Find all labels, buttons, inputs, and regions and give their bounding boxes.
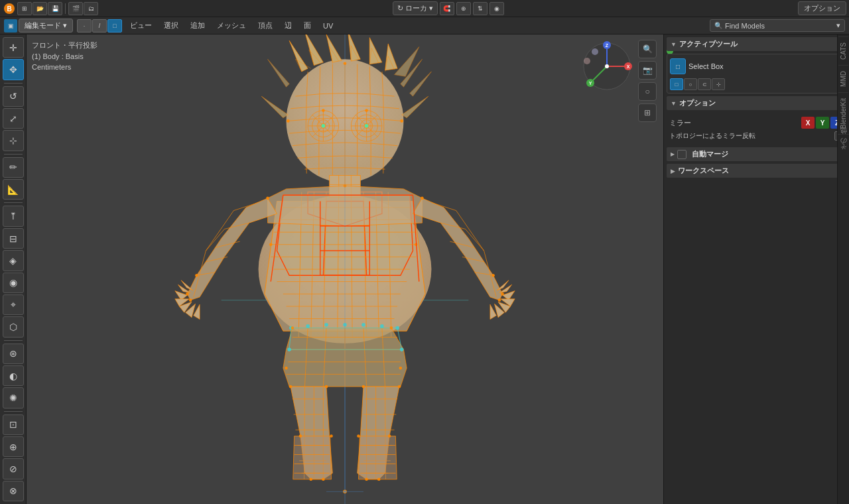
- options-btn[interactable]: オプション: [798, 1, 846, 15]
- menu-vertex[interactable]: 頂点: [254, 19, 277, 32]
- viewport-gizmos: 🔍 📷 ○ ⊞: [638, 40, 657, 122]
- inset-tool-btn[interactable]: ⊟: [3, 228, 24, 249]
- svg-point-81: [365, 477, 368, 481]
- active-tool-header[interactable]: ▼ アクティブツール: [667, 37, 846, 51]
- mmd-tab[interactable]: MMD: [838, 65, 848, 92]
- active-tool-icon-row: □ Select Box: [670, 57, 843, 76]
- svg-point-47: [380, 324, 384, 328]
- snap-btn[interactable]: 🧲: [440, 2, 454, 15]
- tool-grid-select[interactable]: □: [670, 78, 683, 90]
- bevel-tool-btn[interactable]: ◈: [3, 250, 24, 271]
- auto-keying-btn[interactable]: ◉: [490, 2, 504, 15]
- axis-orientation-widget[interactable]: Z X Y: [580, 40, 633, 93]
- transform-tool-btn[interactable]: ⊹: [3, 130, 24, 151]
- active-tool-header-label: アクティブツール: [679, 39, 738, 49]
- spin-tool-btn[interactable]: ⊛: [3, 344, 24, 364]
- toolbar-sep-3: [4, 202, 23, 203]
- edge-slide-btn[interactable]: ⊡: [3, 414, 24, 435]
- rip-btn[interactable]: ⊗: [3, 481, 24, 501]
- camera-btn[interactable]: 📷: [638, 61, 657, 80]
- auto-merge-checkbox[interactable]: [677, 150, 686, 159]
- menu-view[interactable]: ビュー: [126, 19, 156, 32]
- workspace-header[interactable]: ▶ ワークスペース: [667, 164, 846, 178]
- cats-tab[interactable]: CATS: [838, 36, 848, 65]
- top-icon-new[interactable]: ⊞: [17, 2, 32, 15]
- svg-point-54: [287, 119, 290, 123]
- svg-text:X: X: [627, 64, 630, 69]
- scene-btn[interactable]: 🎬: [68, 2, 83, 15]
- layer-btn[interactable]: 🗂: [84, 2, 98, 15]
- top-scene-group: 🎬 🗂: [68, 2, 98, 15]
- viewport-icon[interactable]: ▣: [4, 19, 17, 32]
- tool-grid-circle[interactable]: ○: [684, 78, 697, 90]
- svg-text:Z: Z: [606, 43, 609, 48]
- menu-add[interactable]: 追加: [186, 19, 209, 32]
- transform-orientation-btn[interactable]: ↻ ローカ ▾: [393, 1, 438, 15]
- svg-point-69: [285, 367, 288, 370]
- menu-edge[interactable]: 辺: [281, 19, 296, 32]
- find-models-bar: 🔍 Find Models ▾: [710, 19, 845, 32]
- other-tab[interactable]: その他: [838, 134, 850, 160]
- knife-tool-btn[interactable]: ⌖: [3, 294, 24, 315]
- svg-point-59: [421, 197, 424, 200]
- top-icon-save[interactable]: 💾: [48, 2, 62, 15]
- select-box-label: Select Box: [688, 62, 724, 70]
- options-header[interactable]: ▼ オプション: [667, 96, 846, 110]
- svg-point-22: [322, 124, 326, 128]
- shading-btn[interactable]: ○: [638, 82, 657, 101]
- find-models-input[interactable]: [767, 22, 834, 30]
- rotate-tool-btn[interactable]: ↺: [3, 86, 24, 107]
- menu-select[interactable]: 選択: [160, 19, 182, 32]
- viewport-area[interactable]: フロント・平行投影 (1) Body : Basis Centimeters: [27, 34, 663, 504]
- auto-merge-header[interactable]: ▶ 自動マージ: [667, 147, 846, 161]
- topology-mirror-row: トポロジーによるミラー反転: [669, 130, 844, 142]
- tool-grid-extra[interactable]: ⊹: [712, 78, 725, 90]
- edge-mode-btn[interactable]: /: [92, 19, 107, 32]
- select-box-icon: □: [670, 58, 686, 74]
- edit-mode-dropdown[interactable]: 編集モード ▾: [19, 19, 73, 32]
- poly-tool-btn[interactable]: ⬡: [3, 316, 24, 337]
- blenderkit-tab[interactable]: BlenderKit: [838, 92, 848, 134]
- loop-cut-btn[interactable]: ◉: [3, 273, 24, 293]
- mirror-btn[interactable]: ⇅: [473, 2, 488, 15]
- scale-tool-btn[interactable]: ⤢: [3, 108, 24, 129]
- mirror-x-btn[interactable]: X: [801, 117, 815, 129]
- vertex-mode-btn[interactable]: ·: [77, 19, 92, 32]
- top-icon-open[interactable]: 📂: [33, 2, 47, 15]
- proportional-btn[interactable]: ⊕: [456, 2, 471, 15]
- svg-text:Y: Y: [589, 81, 592, 86]
- shrink-btn[interactable]: ⊕: [3, 436, 24, 457]
- cursor-tool-btn[interactable]: ✛: [3, 37, 24, 58]
- menu-uv[interactable]: UV: [319, 21, 337, 31]
- blender-logo-icon: B: [3, 2, 16, 15]
- svg-point-44: [324, 323, 328, 327]
- mirror-y-btn[interactable]: Y: [816, 117, 829, 129]
- smooth-tool-btn[interactable]: ◐: [3, 365, 24, 386]
- svg-point-86: [344, 491, 346, 493]
- svg-point-58: [266, 197, 269, 200]
- toolbar-sep-4: [4, 340, 23, 341]
- measure-tool-btn[interactable]: 📐: [3, 179, 24, 200]
- find-models-expand[interactable]: ▾: [836, 21, 840, 30]
- mirror-label: ミラー: [669, 118, 691, 128]
- active-tool-section: ▼ アクティブツール □ Select Box □ ○ ⊂ ⊹: [667, 37, 846, 94]
- face-mode-btn[interactable]: □: [107, 19, 122, 32]
- menu-face[interactable]: 面: [300, 19, 315, 32]
- randomize-tool-btn[interactable]: ✺: [3, 387, 24, 408]
- svg-point-49: [287, 347, 291, 351]
- zoom-extents-btn[interactable]: 🔍: [638, 40, 657, 58]
- shear-btn[interactable]: ⊘: [3, 458, 24, 479]
- mirror-option-row: ミラー X Y Z: [669, 115, 844, 130]
- annotate-tool-btn[interactable]: ✏: [3, 157, 24, 178]
- menu-mesh[interactable]: メッシュ: [213, 19, 250, 32]
- right-panel-scroll[interactable]: ▼ アクティブツール □ Select Box □ ○ ⊂ ⊹ ▼: [664, 34, 849, 504]
- svg-point-51: [322, 109, 325, 112]
- overlay-btn[interactable]: ⊞: [638, 103, 657, 122]
- svg-point-70: [399, 367, 403, 370]
- tool-grid-lasso[interactable]: ⊂: [698, 78, 711, 90]
- move-tool-btn[interactable]: ✥: [3, 59, 24, 80]
- transform-orientation-label: ローカ: [405, 3, 427, 13]
- extrude-tool-btn[interactable]: ⤒: [3, 206, 24, 226]
- svg-point-72: [325, 385, 328, 389]
- character-canvas: [27, 34, 663, 504]
